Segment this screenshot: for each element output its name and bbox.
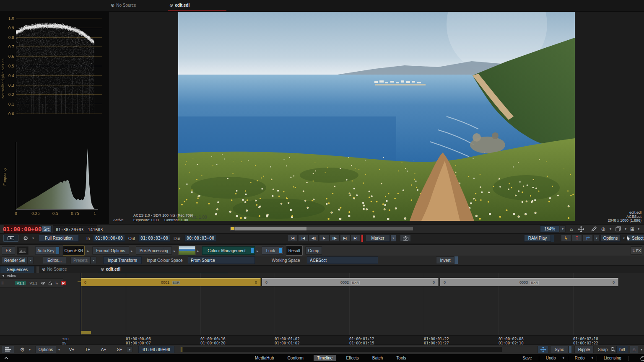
track-drag-handle[interactable]: ⣿ bbox=[1, 281, 4, 285]
track-primary-badge[interactable]: P bbox=[61, 281, 66, 285]
marker-button[interactable]: Marker bbox=[366, 235, 390, 242]
options-button[interactable]: Options bbox=[600, 235, 621, 242]
look-button[interactable]: Look bbox=[262, 246, 283, 255]
marker-dropdown[interactable]: ▾ bbox=[390, 235, 396, 242]
scroll-playhead[interactable] bbox=[231, 227, 234, 230]
play-button[interactable]: ▶ bbox=[319, 235, 329, 242]
clip-0001[interactable]: 0 0001 EXR 0 bbox=[81, 278, 261, 286]
layers-dropdown[interactable]: ▾ bbox=[623, 225, 628, 233]
track-lock-icon[interactable] bbox=[48, 281, 52, 285]
licensing-button[interactable]: Licensing bbox=[600, 355, 625, 361]
snap-label[interactable]: Snap bbox=[598, 347, 608, 352]
add-track-dropdown[interactable]: ▾ bbox=[127, 346, 132, 352]
timeline-ruler[interactable]: +2025 01:00:00+0601:00:00:07 01:00:00+16… bbox=[0, 335, 644, 345]
undo-dropdown[interactable]: ▾ bbox=[563, 356, 564, 360]
from-source-select[interactable]: From Source bbox=[188, 256, 255, 264]
sync-state-notch[interactable] bbox=[569, 346, 571, 353]
gear-dropdown[interactable]: ▾ bbox=[30, 235, 36, 241]
collapse-up-icon[interactable] bbox=[3, 355, 9, 360]
pan-mode-button[interactable] bbox=[538, 346, 548, 353]
sequence-tab-no-source[interactable]: ⊛ No Source bbox=[42, 267, 67, 272]
scroll-thumb[interactable] bbox=[235, 227, 306, 230]
track-visibility-eye-icon[interactable] bbox=[41, 282, 46, 285]
render-down-icon[interactable]: ↧ bbox=[572, 235, 582, 242]
render-mode-dropdown[interactable]: ▾ bbox=[594, 235, 600, 242]
layers-icon[interactable] bbox=[614, 225, 622, 233]
tab-timeline[interactable]: Timeline bbox=[314, 355, 336, 361]
zoom-preset-field[interactable]: hift bbox=[616, 346, 628, 353]
video-group-header[interactable]: ▼ Video bbox=[2, 274, 16, 278]
tab-tools[interactable]: Tools bbox=[393, 355, 409, 361]
target-icon[interactable]: ⊕ bbox=[600, 225, 607, 233]
goto-end-button[interactable]: ▶] bbox=[351, 235, 361, 242]
working-space-select[interactable]: ACEScct bbox=[307, 256, 378, 264]
zoom-level-field[interactable]: 154% bbox=[540, 225, 559, 233]
presets-button[interactable]: Presets ▾ bbox=[70, 256, 96, 264]
ripple-button[interactable]: Ripple bbox=[574, 346, 594, 353]
tab-no-source[interactable]: ⊛ No Source bbox=[111, 3, 136, 8]
full-resolution-button[interactable]: Full Resolution bbox=[39, 235, 79, 242]
track-name[interactable]: V1.1 bbox=[29, 281, 37, 285]
add-view-icon[interactable]: ⊞ bbox=[628, 225, 636, 233]
format-options-button[interactable]: Format Options bbox=[92, 246, 129, 255]
gear-dropdown[interactable]: ▾ bbox=[27, 346, 33, 352]
target-dropdown[interactable]: ▾ bbox=[608, 225, 613, 233]
dur-timecode[interactable]: 00:00:03+00 bbox=[184, 235, 216, 242]
src-label[interactable]: Src bbox=[42, 226, 52, 233]
colour-management-button[interactable]: Colour Management bbox=[202, 246, 255, 255]
input-transform-tab[interactable]: Input Transform bbox=[103, 256, 142, 264]
add-view-dropdown[interactable]: ▾ bbox=[636, 225, 641, 233]
comp-button[interactable]: Comp bbox=[305, 246, 322, 255]
options-dropdown[interactable]: ▾ bbox=[621, 235, 627, 242]
fx-expand-button[interactable]: ⇅ FX bbox=[631, 246, 642, 255]
home-icon[interactable]: ⌂ bbox=[568, 225, 575, 233]
src-timecode-box[interactable]: 01:38:20+03 141603 bbox=[53, 225, 97, 234]
snapshot-camera-button[interactable] bbox=[400, 235, 411, 242]
clip-0002[interactable]: 0 0002 EXR 0 bbox=[262, 278, 439, 286]
in-timecode[interactable]: 01:00:00+00 bbox=[93, 235, 125, 242]
out-timecode[interactable]: 01:00:03+00 bbox=[138, 235, 170, 242]
add-audio-track-button[interactable]: A+ bbox=[98, 346, 109, 353]
prev-cut-button[interactable]: |◀ bbox=[298, 235, 308, 242]
fx-button[interactable]: FX bbox=[2, 246, 15, 255]
save-button[interactable]: Save bbox=[519, 355, 535, 361]
tab-conform[interactable]: Conform bbox=[284, 355, 307, 361]
playhead-focus-block[interactable] bbox=[81, 331, 91, 334]
viewer-scroll-strip[interactable] bbox=[230, 227, 413, 230]
zoom-level-dropdown[interactable]: ▾ bbox=[560, 225, 566, 233]
minimap-playhead[interactable] bbox=[182, 347, 182, 352]
presets-dropdown[interactable]: ▾ bbox=[91, 256, 96, 264]
pan-icon[interactable] bbox=[577, 225, 585, 233]
gear-icon[interactable]: ⚙ bbox=[18, 346, 26, 353]
render-sel-dropdown[interactable]: ▾ bbox=[28, 256, 34, 264]
eyedropper-icon[interactable] bbox=[589, 225, 598, 233]
auto-key-button[interactable]: Auto Key bbox=[35, 246, 60, 255]
add-video-track-button[interactable]: V+ bbox=[66, 346, 77, 353]
ram-play-button[interactable]: RAM Play bbox=[524, 235, 551, 242]
track-patch-badge[interactable]: V1.1 bbox=[15, 281, 26, 285]
look-indicator[interactable] bbox=[279, 248, 282, 253]
tracks-icon[interactable] bbox=[2, 346, 14, 353]
tab-mediahub[interactable]: MediaHub bbox=[252, 355, 278, 361]
ram-play-notch[interactable] bbox=[551, 235, 554, 242]
viewer-image[interactable]: Gamma: 1.00 bbox=[178, 12, 575, 221]
timeline-playhead[interactable] bbox=[81, 273, 81, 335]
home-icon[interactable]: ⌂ bbox=[630, 346, 638, 353]
select-tool-button[interactable]: Select bbox=[626, 235, 644, 242]
colour-management-indicator[interactable] bbox=[251, 248, 254, 253]
magnifier-icon[interactable] bbox=[610, 346, 616, 353]
clip-0003[interactable]: 0 0003 EXR 0 bbox=[440, 278, 618, 286]
pre-processing-button[interactable]: Pre-Processing bbox=[136, 246, 172, 255]
current-timecode[interactable]: 01:00:00+00 bbox=[4, 225, 40, 233]
render-sel-button[interactable]: Render Sel ▾ bbox=[2, 256, 34, 264]
gear-icon[interactable]: ⚙ bbox=[22, 235, 29, 242]
result-button[interactable]: Result bbox=[286, 246, 303, 256]
format-button[interactable]: OpenEXR bbox=[63, 246, 85, 256]
sync-button[interactable]: Sync bbox=[550, 346, 569, 353]
tab-effects[interactable]: Effects bbox=[343, 355, 362, 361]
step-back-button[interactable]: ◀|| bbox=[309, 235, 319, 242]
tab-edit-edl[interactable]: ⊛ edit.edl bbox=[169, 3, 190, 8]
next-cut-button[interactable]: ▶| bbox=[340, 235, 350, 242]
add-subtitle-track-button[interactable]: S+ bbox=[114, 346, 125, 353]
undo-button[interactable]: Undo bbox=[543, 355, 559, 361]
